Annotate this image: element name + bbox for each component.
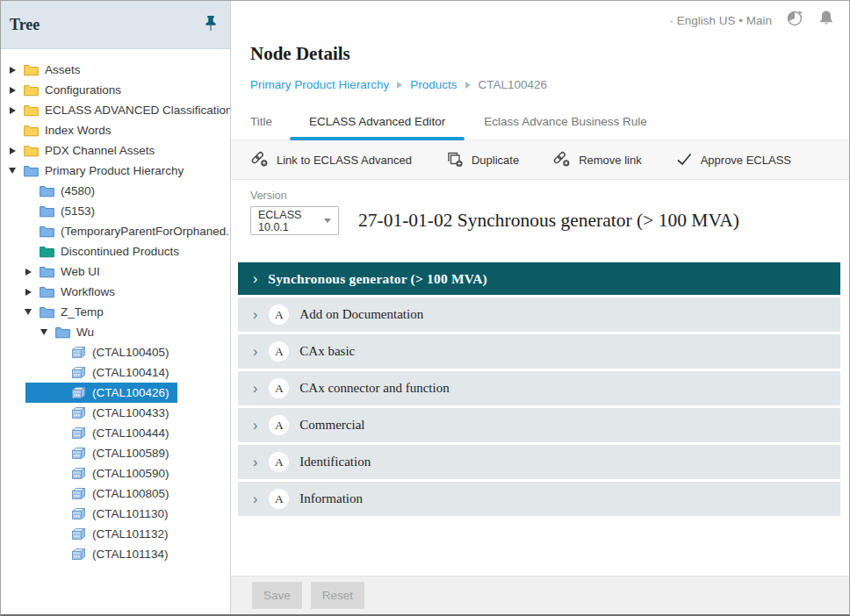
history-button[interactable] <box>785 9 804 32</box>
folder-yellow-icon <box>24 104 39 117</box>
attribute-group-badge: A <box>269 489 289 509</box>
expand-arrow-icon[interactable] <box>8 147 24 154</box>
eclass-accordion: › Synchronous generator (> 100 MVA) ›AAd… <box>238 262 840 519</box>
accordion-root-header[interactable]: › Synchronous generator (> 100 MVA) <box>238 262 840 295</box>
expand-arrow-icon[interactable] <box>8 87 24 94</box>
chevron-right-icon: › <box>253 455 257 469</box>
accordion-section-information[interactable]: ›AInformation <box>238 482 840 516</box>
tree-item-workflows[interactable]: Workflows <box>1 282 230 302</box>
tree-item-temporaryparentfororphaned[interactable]: (TemporaryParentForOrphaned... <box>1 221 230 241</box>
tree-item-label: (5153) <box>61 204 95 218</box>
expand-arrow-icon[interactable] <box>8 107 24 114</box>
tab-eclass-advance-business-rule[interactable]: Eclass Advance Business Rule <box>465 106 666 140</box>
tree-item-label: PDX Channel Assets <box>45 144 155 157</box>
tree-item-ctal100590[interactable]: (CTAL100590) <box>1 463 230 483</box>
attribute-group-badge: A <box>269 341 289 362</box>
tree-item-assets[interactable]: Assets <box>1 60 230 80</box>
tree-item-ctal101132[interactable]: (CTAL101132) <box>1 524 230 544</box>
link-add-icon <box>250 150 269 170</box>
tab-bar: Title ECLASS Advanced Editor Eclass Adva… <box>231 106 849 140</box>
product-icon <box>71 366 86 379</box>
tree-item-ctal100805[interactable]: (CTAL100805) <box>1 483 230 504</box>
tree-item-label: Index Words <box>45 124 112 137</box>
tree-item-label: (CTAL100444) <box>92 426 169 440</box>
tree-item-ctal100589[interactable]: (CTAL100589) <box>1 443 230 463</box>
expand-arrow-icon[interactable] <box>24 289 40 296</box>
tree-item-ctal100433[interactable]: (CTAL100433) <box>1 403 230 423</box>
tree-item-eclass-advanced-classifications[interactable]: ECLASS ADVANCED Classifications <box>1 100 230 120</box>
version-select[interactable]: ECLASS 10.0.1 <box>250 206 339 235</box>
tree-item-5153[interactable]: (5153) <box>1 201 230 221</box>
tree-item-ctal100444[interactable]: (CTAL100444) <box>1 423 230 443</box>
accordion-section-cax-basic[interactable]: ›ACAx basic <box>238 334 840 369</box>
history-icon <box>785 9 804 32</box>
breadcrumb-link-primary-product-hierarchy[interactable]: Primary Product Hierarchy <box>250 78 389 91</box>
tab-eclass-advanced-editor[interactable]: ECLASS Advanced Editor <box>290 106 465 140</box>
accordion-section-cax-connector-and-function[interactable]: ›ACAx connector and function <box>238 371 840 405</box>
collapse-arrow-icon[interactable] <box>24 309 40 315</box>
accordion-root-label: Synchronous generator (> 100 MVA) <box>268 271 487 287</box>
product-icon <box>71 386 86 399</box>
folder-teal-icon <box>40 246 54 258</box>
tree-item-4580[interactable]: (4580) <box>1 181 230 201</box>
product-icon <box>71 527 86 541</box>
folder-yellow-icon <box>24 84 39 97</box>
tree-item-configurations[interactable]: Configurations <box>1 80 230 100</box>
duplicate-label: Duplicate <box>472 154 519 167</box>
accordion-section-identification[interactable]: ›AIdentification <box>238 445 840 479</box>
tree-item-label: Web UI <box>61 265 100 278</box>
expand-arrow-icon[interactable] <box>8 67 24 74</box>
accordion-section-label: CAx basic <box>299 344 355 359</box>
pin-panel-button[interactable] <box>205 15 217 35</box>
tree-item-primary-product-hierarchy[interactable]: Primary Product Hierarchy <box>1 161 230 181</box>
main-panel: · English US • Main <box>231 1 849 614</box>
tree-item-label: Assets <box>45 63 81 76</box>
breadcrumb-link-products[interactable]: Products <box>410 78 457 91</box>
attribute-group-badge: A <box>269 304 289 325</box>
folder-blue-icon <box>40 226 54 238</box>
attribute-group-badge: A <box>269 415 289 435</box>
tree-item-index-words[interactable]: Index Words <box>1 120 230 140</box>
remove-link-button[interactable]: Remove link <box>552 150 642 170</box>
tab-title[interactable]: Title <box>250 106 290 140</box>
accordion-section-label: Identification <box>299 455 371 469</box>
reset-button[interactable]: Reset <box>311 582 364 609</box>
tree-panel-title: Tree <box>10 16 40 34</box>
tree-panel: Tree AssetsConfigurationsECLASS ADVANCED… <box>1 1 231 614</box>
tree-item-ctal100414[interactable]: (CTAL100414) <box>1 362 230 383</box>
save-button[interactable]: Save <box>252 582 302 609</box>
tree-item-ctal100426[interactable]: (CTAL100426) <box>1 383 230 403</box>
tree-item-label: Wu <box>76 326 94 339</box>
tree-item-wu[interactable]: Wu <box>1 322 230 342</box>
expand-arrow-icon[interactable] <box>24 269 40 276</box>
check-icon <box>675 151 693 169</box>
notifications-button[interactable] <box>818 9 835 32</box>
classification-heading: 27-01-01-02 Synchronous generator (> 100… <box>358 210 739 232</box>
link-remove-icon <box>552 150 571 170</box>
tree-item-label: (TemporaryParentForOrphaned... <box>61 225 230 238</box>
tree-item-web-ui[interactable]: Web UI <box>1 261 230 282</box>
session-context-label[interactable]: · English US • Main <box>669 14 772 27</box>
tree-item-label: (CTAL100433) <box>92 406 169 419</box>
tree-item-label: (CTAL101132) <box>92 527 169 541</box>
tree-item-label: (CTAL101134) <box>92 548 169 561</box>
accordion-section-add-on-documentation[interactable]: ›AAdd on Documentation <box>238 297 840 332</box>
tree-item-label: (4580) <box>61 184 95 197</box>
duplicate-button[interactable]: Duplicate <box>445 150 519 170</box>
collapse-arrow-icon[interactable] <box>8 168 24 174</box>
tree-item-ctal101130[interactable]: (CTAL101130) <box>1 504 230 524</box>
tree-item-z-temp[interactable]: Z_Temp <box>1 302 230 322</box>
tree-item-ctal101134[interactable]: (CTAL101134) <box>1 544 230 564</box>
collapse-arrow-icon[interactable] <box>40 329 55 335</box>
approve-eclass-button[interactable]: Approve ECLASS <box>675 151 791 169</box>
accordion-section-commercial[interactable]: ›ACommercial <box>238 408 840 442</box>
folder-blue-icon <box>55 326 70 339</box>
tree-item-ctal100405[interactable]: (CTAL100405) <box>1 342 230 362</box>
link-to-eclass-advanced-button[interactable]: Link to ECLASS Advanced <box>250 150 412 170</box>
tree-item-label: (CTAL100590) <box>92 467 169 480</box>
tree-item-discontinued-products[interactable]: Discontinued Products <box>1 241 230 261</box>
tree-item-pdx-channel-assets[interactable]: PDX Channel Assets <box>1 140 230 161</box>
folder-blue-icon <box>40 266 54 278</box>
chevron-down-icon <box>324 218 331 223</box>
folder-yellow-icon <box>24 125 39 137</box>
